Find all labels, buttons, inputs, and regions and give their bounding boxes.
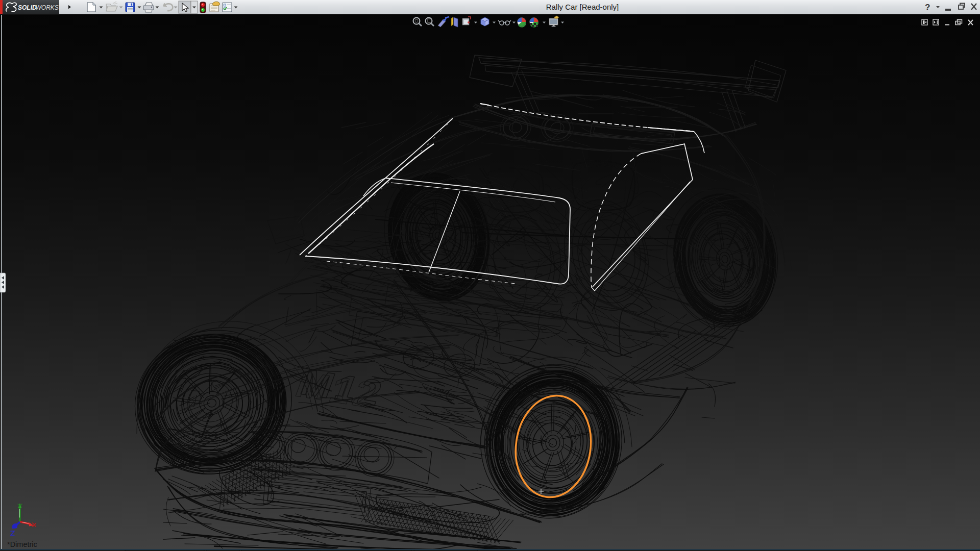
svg-text:SOLID: SOLID bbox=[18, 4, 37, 11]
svg-text:*Dimetric: *Dimetric bbox=[7, 540, 37, 548]
svg-text:WORKS: WORKS bbox=[36, 4, 59, 11]
